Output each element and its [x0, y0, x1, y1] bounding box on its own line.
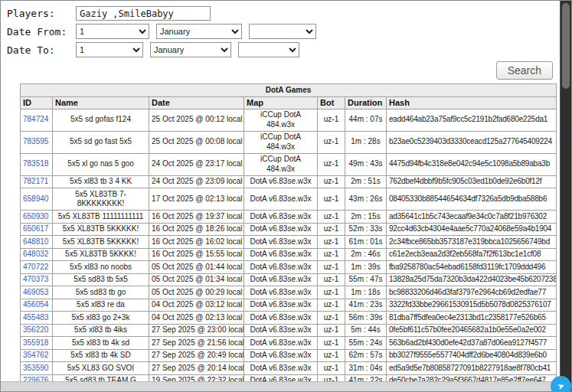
cell-date: 24 Oct 2025 @ 23:17 local	[149, 153, 244, 175]
game-id-link[interactable]: 455483	[23, 313, 48, 322]
game-id-link[interactable]: 648810	[23, 237, 48, 246]
cell-bot: uz-1	[318, 236, 345, 249]
table-row: 6488105x5 XL83TB 5KKKKK!16 Oct 2025 @ 16…	[21, 236, 557, 249]
game-id-link[interactable]: 355918	[23, 338, 48, 347]
table-row: 7835955x5 sd go fast 5x525 Oct 2025 @ 00…	[21, 131, 557, 153]
cell-bot: uz-1	[318, 337, 345, 350]
cell-name: 5x5 sd go fast 5x5	[53, 131, 149, 153]
table-header-row: ID Name Date Map Bot Duration Hash	[21, 96, 557, 109]
cell-date: 27 Sep 2025 @ 21:56 local	[149, 337, 244, 350]
cell-map: DotA v6.83se.w3x	[244, 248, 318, 261]
game-id-link[interactable]: 356220	[23, 325, 48, 334]
cell-name: 5x5 XL83TB 5KKKK!	[53, 248, 149, 261]
cell-bot: uz-1	[318, 131, 345, 153]
game-id-link[interactable]: 782171	[23, 177, 48, 185]
cell-id: 784724	[21, 109, 53, 131]
bottom-strip	[1, 381, 561, 391]
cell-hash: ed5a9d5e7b80858727091b8227918ae8f780cb41	[387, 362, 557, 375]
cell-id: 650930	[21, 211, 53, 224]
cell-name: 5x5 xl83 go 2+3k	[53, 312, 149, 325]
cell-bot: uz-1	[318, 349, 345, 362]
cell-name: 5x5 XL83TB 5KKKKK!	[53, 236, 149, 249]
vertical-scrollbar[interactable]	[560, 1, 571, 392]
cell-id: 782171	[21, 175, 53, 188]
replay-search-page: Players: Date From: 1 January Date To: 1…	[0, 0, 572, 392]
cell-hash: b23ae0c5239403d3330ceacd125a277645409224	[387, 131, 557, 153]
game-id-link[interactable]: 470722	[23, 263, 48, 271]
game-id-link[interactable]: 353590	[23, 364, 48, 372]
cell-hash: 3322fd33bbe29661530915d5b5078d0825376107	[387, 299, 557, 312]
cell-name: 5x5 sd83 tb 5x5	[53, 273, 149, 286]
date-to-label: Date To:	[7, 44, 76, 56]
cell-hash: 2c34fbce865bb3573187e319bbca1025656749bd	[387, 236, 557, 249]
table-row: 6480325x5 XL83TB 5KKKK!16 Oct 2025 @ 15:…	[21, 248, 557, 261]
game-id-link[interactable]: 658940	[23, 194, 48, 203]
game-id-link[interactable]: 470373	[23, 275, 48, 283]
table-row: 6506175x5 XL83TB 5KKKKK!16 Oct 2025 @ 18…	[21, 223, 557, 236]
game-id-link[interactable]: 783595	[23, 137, 48, 145]
cell-duration: 49m : 43s	[345, 153, 387, 175]
table-row: 6509305x5 XL83TB 1111111111116 Oct 2025 …	[21, 211, 557, 224]
cell-date: 24 Oct 2025 @ 23:09 local	[149, 175, 244, 188]
cell-hash: ad35641c1b5c743ecaaf9e34c0c7a8f21b976302	[387, 211, 557, 224]
date-from-label: Date From:	[7, 26, 76, 38]
cell-duration: 62m : 57s	[345, 349, 387, 362]
cell-hash: 08405330b88544654634df7326a5db9dba588b6	[387, 188, 557, 211]
cell-hash: fba9258780ac54ebad6158fd3119fc1709ddd496	[387, 261, 557, 274]
table-row: 6589405x5 XL83TB 7-8KKKKKKKK!17 Oct 2025…	[21, 188, 557, 211]
cell-map: DotA v6.83se.w3x	[244, 223, 318, 236]
date-to-year-select[interactable]	[238, 42, 299, 57]
table-row: 3562205x5 xl83 tb 4iks27 Sep 2025 @ 23:0…	[21, 324, 557, 337]
cell-bot: uz-1	[318, 362, 345, 375]
games-table-body: 7847245x5 sd gofas f12425 Oct 2025 @ 00:…	[21, 109, 557, 387]
search-button[interactable]: Search	[496, 61, 553, 80]
game-id-link[interactable]: 650930	[23, 212, 48, 220]
cell-date: 16 Oct 2025 @ 16:02 local	[149, 236, 244, 249]
cell-bot: uz-1	[318, 261, 345, 274]
cell-date: 27 Sep 2025 @ 20:49 local	[149, 349, 244, 362]
cell-bot: uz-1	[318, 299, 345, 312]
cell-duration: 52m : 33s	[345, 223, 387, 236]
cell-bot: uz-1	[318, 188, 345, 211]
game-id-link[interactable]: 784724	[23, 115, 48, 123]
date-from-day-select[interactable]: 1	[76, 24, 149, 39]
game-id-link[interactable]: 354762	[23, 351, 48, 359]
game-id-link[interactable]: 456054	[23, 300, 48, 309]
game-id-link[interactable]: 783518	[23, 159, 48, 168]
cell-id: 783518	[21, 153, 53, 175]
cell-duration: 44m : 07s	[345, 109, 387, 131]
cell-duration: 2m : 46s	[345, 248, 387, 261]
game-id-link[interactable]: 469053	[23, 288, 48, 296]
cell-name: 5x5 XL83TB 5KKKKK!	[53, 223, 149, 236]
cell-map: DotA v6.83se.w3x	[244, 299, 318, 312]
game-id-link[interactable]: 650617	[23, 224, 48, 233]
date-to-month-select[interactable]: January	[150, 42, 231, 57]
cell-map: iCCup DotA 484.w3x	[244, 109, 318, 131]
cell-name: 5x5 xl83 re da	[53, 299, 149, 312]
chat-widget-button[interactable]: ➤	[551, 376, 571, 392]
table-row: 4707225x5 xl83 no noobs05 Oct 2025 @ 01:…	[21, 261, 557, 274]
paper-plane-icon: ➤	[556, 381, 566, 392]
date-to-row: Date To: 1 January	[7, 42, 571, 57]
cell-name: 5x5 xl83 tb 4k sd	[53, 337, 149, 350]
cell-duration: 56m : 39s	[345, 312, 387, 325]
cell-date: 16 Oct 2025 @ 15:55 local	[149, 248, 244, 261]
table-title-row: DotA Games	[21, 84, 557, 97]
cell-duration: 55m : 24s	[345, 337, 387, 350]
cell-bot: uz-1	[318, 175, 345, 188]
table-row: 4560545x5 xl83 re da04 Oct 2025 @ 03:12 …	[21, 299, 557, 312]
game-id-link[interactable]: 648032	[23, 250, 48, 258]
cell-name: 5x5 XL83TB 11111111111	[53, 211, 149, 224]
players-input[interactable]	[76, 6, 211, 21]
cell-hash: 13828a25d75da7320b3da422d4023be45b620723…	[387, 273, 557, 286]
cell-duration: 61m : 01s	[345, 236, 387, 249]
cell-hash: eadd464ab23a75af9cc5c2191b2fad680e225da1	[387, 109, 557, 131]
date-from-year-select[interactable]	[249, 24, 316, 39]
date-to-day-select[interactable]: 1	[76, 42, 143, 57]
table-row: 3535905x5 XL83 GO SVOI27 Sep 2025 @ 20:1…	[21, 362, 557, 375]
column-header-duration: Duration	[345, 96, 387, 109]
table-row: 7835185x5 xl go nas 5 goo24 Oct 2025 @ 2…	[21, 153, 557, 175]
date-from-month-select[interactable]: January	[156, 24, 242, 39]
scrollbar-thumb[interactable]	[562, 3, 570, 89]
cell-date: 27 Sep 2025 @ 23:00 local	[149, 324, 244, 337]
